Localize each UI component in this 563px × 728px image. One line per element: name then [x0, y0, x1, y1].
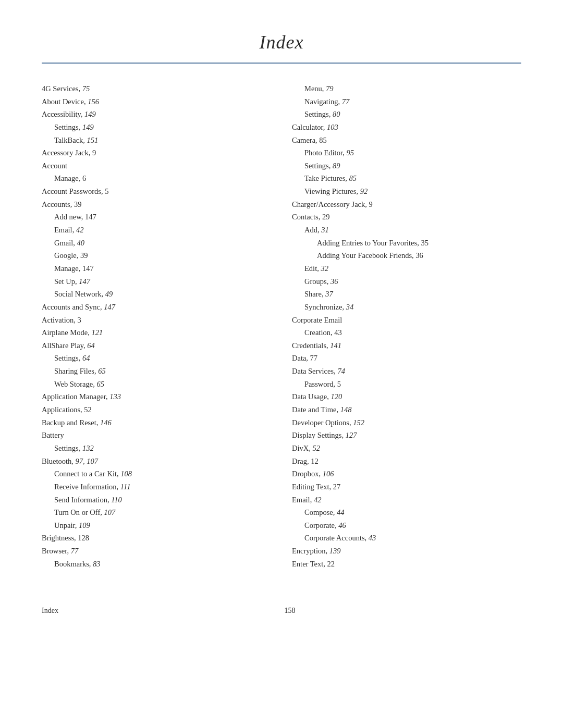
list-item: Social Network, 49: [42, 288, 271, 301]
page-number: 36: [331, 277, 338, 286]
list-item: Set Up, 147: [42, 275, 271, 288]
page-number: 40: [77, 239, 85, 247]
page-number: 65: [98, 367, 106, 375]
page-number: 74: [337, 367, 345, 375]
list-item: Data, 77: [292, 352, 521, 365]
page-number: 75: [82, 84, 90, 93]
list-item: Send Information, 110: [42, 493, 271, 507]
page-number: 120: [331, 392, 342, 401]
list-item: Receive Information, 111: [42, 480, 271, 493]
page-number: 49: [105, 290, 113, 298]
page-header: Index: [42, 31, 521, 53]
list-item: Turn On or Off, 107: [42, 506, 271, 519]
page-number: 107: [104, 508, 115, 516]
list-item: Compose, 44: [292, 506, 521, 519]
list-item: Activation, 3: [42, 314, 271, 327]
list-item: 4G Services, 75: [42, 82, 271, 95]
list-item: Display Settings, 127: [292, 429, 521, 442]
page-number: 111: [120, 483, 131, 491]
page-number: 32: [321, 264, 328, 273]
list-item: Enter Text, 22: [292, 558, 521, 571]
page-number: 110: [111, 496, 122, 504]
page-number: 148: [340, 405, 352, 414]
page-number: 133: [109, 392, 121, 401]
list-item: Connect to a Car Kit, 108: [42, 467, 271, 480]
list-item: Groups, 36: [292, 275, 521, 288]
list-item: Data Services, 74: [292, 365, 521, 378]
list-item: Bluetooth, 97, 107: [42, 455, 271, 468]
list-item: Email, 42: [292, 493, 521, 507]
page-number: 151: [87, 136, 99, 144]
page-number: 149: [84, 110, 96, 118]
list-item: AllShare Play, 64: [42, 339, 271, 352]
page-number: 97, 107: [75, 457, 98, 465]
list-item: Corporate Email: [292, 314, 521, 327]
list-item: Adding Your Facebook Friends, 36: [292, 249, 521, 262]
list-item: Google, 39: [42, 249, 271, 262]
page-number: 121: [91, 328, 103, 337]
page-number: 42: [76, 226, 84, 234]
list-item: TalkBack, 151: [42, 134, 271, 147]
footer-center: 158: [284, 607, 295, 615]
list-item: Password, 5: [292, 378, 521, 391]
list-item: Camera, 85: [292, 134, 521, 147]
list-item: Accessibility, 149: [42, 108, 271, 121]
page-number: 42: [314, 496, 322, 504]
page-number: 46: [338, 521, 346, 529]
list-item: Add, 31: [292, 224, 521, 237]
page-number: 64: [82, 354, 90, 362]
list-item: Corporate Accounts, 43: [292, 532, 521, 545]
list-item: Accounts, 39: [42, 198, 271, 211]
page-title: Index: [42, 31, 521, 53]
page-number: 31: [321, 226, 329, 234]
page-number: 64: [87, 341, 95, 350]
list-item: Synchronize, 34: [292, 301, 521, 314]
page-number: 85: [349, 174, 357, 182]
list-item: Accessory Jack, 9: [42, 146, 271, 159]
page-number: 147: [104, 303, 115, 311]
list-item: Web Storage, 65: [42, 378, 271, 391]
list-item: Developer Options, 152: [292, 416, 521, 429]
list-item: Calculator, 103: [292, 121, 521, 134]
list-item: Email, 42: [42, 224, 271, 237]
list-item: Dropbox, 106: [292, 467, 521, 480]
list-item: Settings, 80: [292, 108, 521, 121]
list-item: Share, 37: [292, 288, 521, 301]
list-item: Account Passwords, 5: [42, 185, 271, 198]
right-column: Menu, 79Navigating, 77Settings, 80Calcul…: [292, 82, 521, 570]
page-number: 109: [79, 521, 90, 529]
list-item: Manage, 6: [42, 172, 271, 185]
page-number: 34: [346, 303, 354, 311]
page-number: 132: [82, 444, 94, 452]
list-item: Gmail, 40: [42, 237, 271, 250]
page-number: 77: [342, 97, 350, 106]
page-number: 152: [353, 418, 364, 427]
list-item: Navigating, 77: [292, 95, 521, 108]
page-footer: Index 158: [42, 601, 521, 615]
page-number: 156: [88, 97, 99, 106]
page-number: 95: [346, 149, 354, 157]
page-number: 147: [79, 277, 90, 286]
page-number: 108: [120, 470, 132, 478]
page-number: 37: [325, 290, 333, 298]
list-item: Airplane Mode, 121: [42, 326, 271, 339]
page-number: 80: [333, 110, 340, 118]
page-number: 92: [360, 187, 368, 195]
page-number: 79: [326, 84, 334, 93]
page-number: 141: [330, 341, 341, 350]
list-item: Contacts, 29: [292, 211, 521, 224]
left-column: 4G Services, 75About Device, 156Accessib…: [42, 82, 271, 570]
footer-left: Index: [42, 607, 58, 615]
list-item: Sharing Files, 65: [42, 365, 271, 378]
page-number: 106: [323, 470, 334, 478]
list-item: Data Usage, 120: [292, 390, 521, 403]
list-item: Accounts and Sync, 147: [42, 301, 271, 314]
page-number: 146: [100, 418, 112, 427]
list-item: Bookmarks, 83: [42, 558, 271, 571]
list-item: Settings, 132: [42, 442, 271, 455]
list-item: Creation, 43: [292, 326, 521, 339]
page-number: 65: [96, 380, 104, 388]
list-item: Editing Text, 27: [292, 480, 521, 493]
list-item: Viewing Pictures, 92: [292, 185, 521, 198]
list-item: Application Manager, 133: [42, 390, 271, 403]
